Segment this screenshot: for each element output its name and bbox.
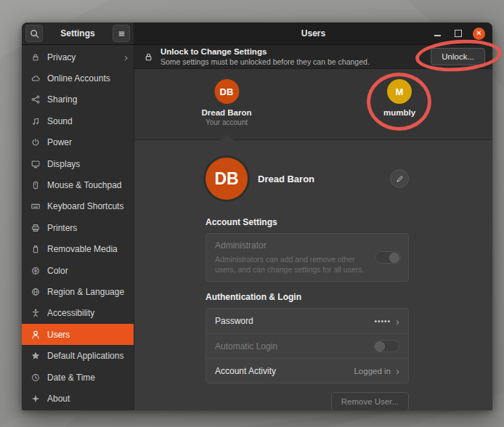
lock-icon <box>31 52 41 62</box>
sidebar-item-displays[interactable]: Displays <box>22 153 134 174</box>
minimize-button[interactable] <box>431 27 444 40</box>
clock-icon <box>31 373 41 383</box>
sidebar-item-sharing[interactable]: Sharing <box>22 89 134 110</box>
media-icon <box>31 244 41 254</box>
user-name: Dread Baron <box>201 108 251 117</box>
sidebar-item-users[interactable]: Users <box>22 324 134 345</box>
cloud-icon <box>31 73 41 84</box>
row-description: Administrators can add and remove other … <box>215 254 375 274</box>
settings-window: Settings Users ✕ Privacy›Online Accounts… <box>22 23 492 410</box>
media-icon <box>31 244 41 254</box>
sidebar-item-label: Date & Time <box>47 373 128 383</box>
sidebar-item-label: Displays <box>47 159 128 169</box>
close-button[interactable]: ✕ <box>473 28 485 40</box>
user-icon <box>31 330 41 340</box>
chevron-right-icon: › <box>396 316 399 327</box>
clock-icon <box>31 373 41 383</box>
power-icon <box>31 137 41 147</box>
row-automatic-login: Automatic Login <box>206 333 408 358</box>
user-subtitle: Your account <box>201 118 251 126</box>
color-icon <box>31 266 41 276</box>
section-header-authentication-login: Authentication & Login <box>206 292 409 302</box>
sidebar-item-keyboard-shortcuts[interactable]: Keyboard Shortcuts <box>22 196 134 217</box>
sidebar-item-printers[interactable]: Printers <box>22 217 134 238</box>
power-icon <box>31 137 41 147</box>
sidebar-item-removable-media[interactable]: Removable Media <box>22 239 134 260</box>
avatar: DB <box>214 79 239 104</box>
color-icon <box>31 266 41 276</box>
share-icon <box>31 94 41 105</box>
users-panel: Unlock to Change Settings Some settings … <box>134 45 492 410</box>
unlock-button[interactable]: Unlock... <box>431 48 485 65</box>
sidebar-item-label: Color <box>47 266 128 276</box>
row-label: Password <box>215 316 374 326</box>
user-carousel: DBDread BaronYour accountMmumbly <box>134 69 492 140</box>
search-icon <box>29 28 40 39</box>
access-icon <box>31 308 41 318</box>
menu-button[interactable] <box>113 25 130 42</box>
section-header-account-settings: Account Settings <box>206 217 409 227</box>
unlock-bar: Unlock to Change Settings Some settings … <box>134 45 492 69</box>
sidebar-item-label: Mouse & Touchpad <box>47 180 128 190</box>
share-icon <box>31 94 41 105</box>
user-dread-baron[interactable]: DBDread BaronYour account <box>201 79 251 126</box>
window-controls: ✕ <box>431 23 485 44</box>
sidebar-item-label: Online Accounts <box>47 73 128 84</box>
sidebar-item-label: About <box>47 394 128 404</box>
sidebar-item-about[interactable]: About <box>22 388 134 409</box>
row-label: Account Activity <box>215 366 354 376</box>
sidebar-item-date-and-time[interactable]: Date & Time <box>22 367 134 388</box>
user-fullname: Dread Baron <box>258 174 380 184</box>
authentication-login-box: Password•••••›Automatic LoginAccount Act… <box>206 308 409 383</box>
sidebar-item-sound[interactable]: Sound <box>22 110 134 131</box>
avatar: M <box>387 79 412 104</box>
user-detail-header: DB Dread Baron <box>206 150 409 207</box>
keyboard-icon <box>31 201 41 211</box>
lock-icon <box>31 52 41 62</box>
sidebar-item-power[interactable]: Power <box>22 132 134 153</box>
sidebar-item-default-applications[interactable]: Default Applications <box>22 345 134 366</box>
unlock-title: Unlock to Change Settings <box>160 46 424 57</box>
sidebar-item-label: Sharing <box>47 94 128 105</box>
sidebar-item-online-accounts[interactable]: Online Accounts <box>22 68 134 89</box>
printer-icon <box>31 223 41 233</box>
sidebar-item-label: Privacy <box>47 52 118 62</box>
maximize-button[interactable] <box>452 27 465 40</box>
sound-icon <box>31 116 41 126</box>
user-name: mumbly <box>383 108 415 117</box>
row-password[interactable]: Password•••••› <box>206 309 408 333</box>
sidebar-item-region-and-language[interactable]: Region & Language <box>22 281 134 302</box>
star-icon <box>31 351 41 361</box>
unlock-subtitle: Some settings must be unlocked before th… <box>160 57 424 67</box>
row-account-activity[interactable]: Account ActivityLogged in› <box>206 358 408 383</box>
sidebar-item-accessibility[interactable]: Accessibility <box>22 303 134 324</box>
search-button[interactable] <box>25 25 43 42</box>
about-icon <box>31 394 41 404</box>
sound-icon <box>31 116 41 126</box>
sidebar-item-privacy[interactable]: Privacy› <box>22 46 134 68</box>
edit-name-button[interactable] <box>390 169 409 188</box>
lock-icon <box>143 52 154 62</box>
row-label: Automatic Login <box>215 341 373 351</box>
chevron-right-icon: › <box>396 365 399 376</box>
unlock-text: Unlock to Change Settings Some settings … <box>160 46 424 67</box>
sidebar-item-mouse-and-touchpad[interactable]: Mouse & Touchpad <box>22 174 134 195</box>
sidebar-item-color[interactable]: Color <box>22 260 134 281</box>
user-mumbly[interactable]: Mmumbly <box>383 79 415 117</box>
cloud-icon <box>31 73 41 84</box>
avatar: DB <box>206 158 248 200</box>
sidebar-item-label: Power <box>47 137 128 147</box>
sidebar-item-label: Accessibility <box>47 308 128 318</box>
sidebar-item-label: Users <box>47 330 128 340</box>
pencil-icon <box>395 174 405 184</box>
star-icon <box>31 351 41 361</box>
hamburger-menu-icon <box>116 28 127 39</box>
account-settings-box: AdministratorAdministrators can add and … <box>206 233 409 282</box>
headerbar: Users ✕ <box>134 23 492 44</box>
display-icon <box>31 159 41 169</box>
row-value: Logged in <box>354 367 391 375</box>
keyboard-icon <box>31 201 41 211</box>
sidebar-item-label: Region & Language <box>47 287 128 297</box>
toggle-knob <box>389 253 399 263</box>
row-value: ••••• <box>374 317 391 325</box>
